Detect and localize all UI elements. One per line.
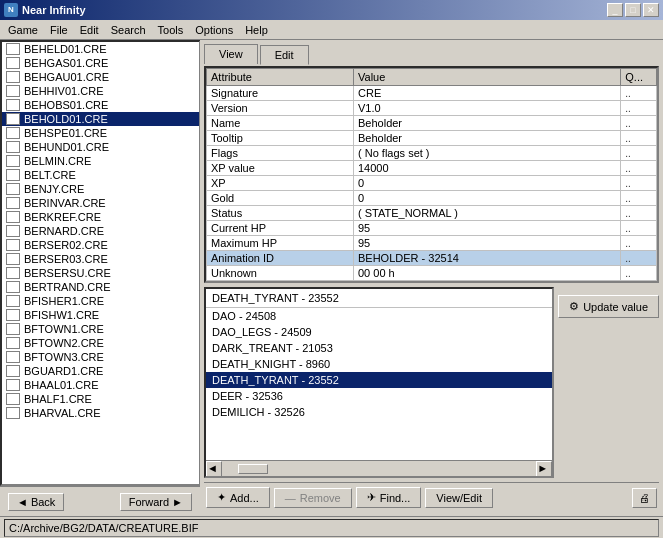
file-list-item[interactable]: BERINVAR.CRE	[2, 196, 199, 210]
file-list-item[interactable]: BEHHIV01.CRE	[2, 84, 199, 98]
view-edit-button[interactable]: View/Edit	[425, 488, 493, 508]
attr-row[interactable]: VersionV1.0..	[207, 101, 657, 116]
file-list-item[interactable]: BERNARD.CRE	[2, 224, 199, 238]
update-label: Update value	[583, 301, 648, 313]
attr-table-container: Attribute Value Q... SignatureCRE..Versi…	[204, 66, 659, 283]
file-icon	[6, 85, 20, 97]
file-list-item[interactable]: BERSERSU.CRE	[2, 266, 199, 280]
file-list-item[interactable]: BERTRAND.CRE	[2, 280, 199, 294]
dropdown-item[interactable]: DEMILICH - 32526	[206, 404, 552, 420]
add-button[interactable]: ✦ Add...	[206, 487, 270, 508]
remove-button[interactable]: — Remove	[274, 488, 352, 508]
attr-row[interactable]: Animation IDBEHOLDER - 32514..	[207, 251, 657, 266]
h-scroll-thumb[interactable]	[238, 464, 268, 474]
horizontal-scroll[interactable]: ◄ ►	[206, 460, 552, 476]
attr-q[interactable]: ..	[621, 146, 657, 161]
attr-q[interactable]: ..	[621, 236, 657, 251]
attr-q[interactable]: ..	[621, 176, 657, 191]
attr-row[interactable]: XP0..	[207, 176, 657, 191]
dropdown-item[interactable]: DEATH_TYRANT - 23552	[206, 372, 552, 388]
attr-row[interactable]: XP value14000..	[207, 161, 657, 176]
file-name: BHAAL01.CRE	[24, 379, 99, 391]
attr-row[interactable]: Current HP95..	[207, 221, 657, 236]
file-list-item[interactable]: BEHELD01.CRE	[2, 42, 199, 56]
attr-q[interactable]: ..	[621, 266, 657, 281]
add-icon: ✦	[217, 491, 226, 504]
file-list-item[interactable]: BEHGAS01.CRE	[2, 56, 199, 70]
tab-view[interactable]: View	[204, 44, 258, 64]
update-value-button[interactable]: ⚙ Update value	[558, 295, 659, 318]
attr-q[interactable]: ..	[621, 206, 657, 221]
attr-q[interactable]: ..	[621, 131, 657, 146]
file-name: BEHGAS01.CRE	[24, 57, 108, 69]
file-list-item[interactable]: BENJY.CRE	[2, 182, 199, 196]
attr-row[interactable]: SignatureCRE..	[207, 86, 657, 101]
file-list-item[interactable]: BEHOLD01.CRE	[2, 112, 199, 126]
file-list-item[interactable]: BEHUND01.CRE	[2, 140, 199, 154]
file-list-item[interactable]: BERSER03.CRE	[2, 252, 199, 266]
file-list-item[interactable]: BGUARD1.CRE	[2, 364, 199, 378]
attr-row[interactable]: Maximum HP95..	[207, 236, 657, 251]
file-list-item[interactable]: BEHGAU01.CRE	[2, 70, 199, 84]
tab-edit[interactable]: Edit	[260, 45, 309, 65]
file-icon	[6, 57, 20, 69]
file-list-item[interactable]: BFTOWN3.CRE	[2, 350, 199, 364]
minimize-button[interactable]: _	[607, 3, 623, 17]
file-list-item[interactable]: BHALF1.CRE	[2, 392, 199, 406]
attr-name: Name	[207, 116, 354, 131]
close-button[interactable]: ✕	[643, 3, 659, 17]
forward-button[interactable]: Forward ►	[120, 493, 192, 511]
attr-value: V1.0	[354, 101, 621, 116]
menu-tools[interactable]: Tools	[152, 22, 190, 38]
file-list-item[interactable]: BFISHW1.CRE	[2, 308, 199, 322]
menu-bar: Game File Edit Search Tools Options Help	[0, 20, 663, 40]
attr-row[interactable]: TooltipBeholder..	[207, 131, 657, 146]
file-list[interactable]: BEHELD01.CREBEHGAS01.CREBEHGAU01.CREBEHH…	[0, 40, 200, 486]
dropdown-item[interactable]: DAO - 24508	[206, 308, 552, 324]
attr-row[interactable]: NameBeholder..	[207, 116, 657, 131]
menu-game[interactable]: Game	[2, 22, 44, 38]
attr-q[interactable]: ..	[621, 116, 657, 131]
attr-q[interactable]: ..	[621, 191, 657, 206]
attr-q[interactable]: ..	[621, 221, 657, 236]
attr-row[interactable]: Unknown00 00 h..	[207, 266, 657, 281]
h-scroll-right[interactable]: ►	[536, 461, 552, 477]
file-list-item[interactable]: BHARVAL.CRE	[2, 406, 199, 420]
file-list-item[interactable]: BELT.CRE	[2, 168, 199, 182]
file-list-item[interactable]: BEHSPE01.CRE	[2, 126, 199, 140]
back-label: Back	[31, 496, 55, 508]
file-list-item[interactable]: BFISHER1.CRE	[2, 294, 199, 308]
file-list-item[interactable]: BERKREF.CRE	[2, 210, 199, 224]
attr-value: 00 00 h	[354, 266, 621, 281]
back-button[interactable]: ◄ Back	[8, 493, 64, 511]
dropdown-item[interactable]: DEATH_KNIGHT - 8960	[206, 356, 552, 372]
find-button[interactable]: ✈ Find...	[356, 487, 422, 508]
menu-help[interactable]: Help	[239, 22, 274, 38]
dropdown-item[interactable]: DAO_LEGS - 24509	[206, 324, 552, 340]
dropdown-list[interactable]: DAO - 24508DAO_LEGS - 24509DARK_TREANT -…	[206, 308, 552, 460]
maximize-button[interactable]: □	[625, 3, 641, 17]
file-list-item[interactable]: BHAAL01.CRE	[2, 378, 199, 392]
file-icon	[6, 239, 20, 251]
attr-row[interactable]: Flags( No flags set )..	[207, 146, 657, 161]
attr-q[interactable]: ..	[621, 101, 657, 116]
menu-options[interactable]: Options	[189, 22, 239, 38]
attr-q[interactable]: ..	[621, 86, 657, 101]
menu-file[interactable]: File	[44, 22, 74, 38]
file-list-item[interactable]: BFTOWN1.CRE	[2, 322, 199, 336]
file-list-item[interactable]: BFTOWN2.CRE	[2, 336, 199, 350]
dropdown-item[interactable]: DEER - 32536	[206, 388, 552, 404]
attr-value: Beholder	[354, 131, 621, 146]
print-button[interactable]: 🖨	[632, 488, 657, 508]
attr-q[interactable]: ..	[621, 251, 657, 266]
attr-row[interactable]: Gold0..	[207, 191, 657, 206]
menu-edit[interactable]: Edit	[74, 22, 105, 38]
h-scroll-left[interactable]: ◄	[206, 461, 222, 477]
menu-search[interactable]: Search	[105, 22, 152, 38]
dropdown-item[interactable]: DARK_TREANT - 21053	[206, 340, 552, 356]
file-list-item[interactable]: BERSER02.CRE	[2, 238, 199, 252]
file-list-item[interactable]: BELMIN.CRE	[2, 154, 199, 168]
attr-row[interactable]: Status( STATE_NORMAL )..	[207, 206, 657, 221]
file-list-item[interactable]: BEHOBS01.CRE	[2, 98, 199, 112]
attr-q[interactable]: ..	[621, 161, 657, 176]
